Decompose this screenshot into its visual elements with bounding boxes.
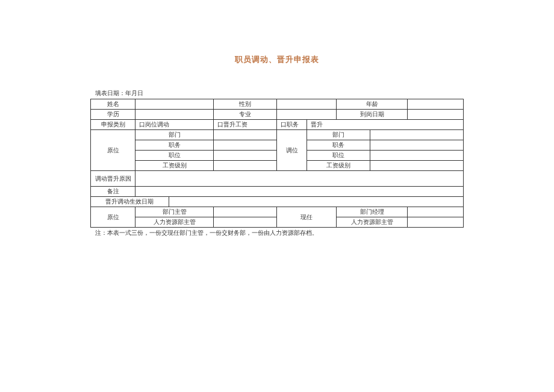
value-orig-dept: [214, 130, 277, 140]
label-orig-hrhead: 人力资源部主管: [135, 217, 214, 228]
value-orig-hrhead: [214, 217, 277, 228]
label-curr-deptmgr: 部门经理: [337, 207, 408, 217]
label-sign-original: 原位: [91, 207, 135, 228]
opt-post-transfer: 口岗位调动: [135, 120, 214, 130]
fill-date-line: 填表日期：年月日: [95, 89, 464, 98]
value-curr-deptmgr: [408, 207, 464, 217]
label-new-position: 职位: [307, 151, 370, 161]
value-edu: [135, 110, 214, 120]
value-age: [408, 99, 464, 110]
opt-salary-promote: 口晋升工资: [214, 120, 277, 130]
label-apply-type: 申报类别: [91, 120, 135, 130]
label-new-salary: 工资级别: [307, 161, 370, 171]
label-orig-duty: 职务: [135, 140, 214, 151]
label-orig-salary: 工资级别: [135, 161, 214, 171]
value-curr-hrhead: [408, 217, 464, 228]
row-effect-date: 晋升调动生效日期: [91, 197, 464, 207]
value-new-salary: [370, 161, 464, 171]
row-basic-2: 学历 专业 到岗日期: [91, 110, 464, 120]
label-orig-depthead: 部门主管: [135, 207, 214, 217]
label-new-duty: 职务: [307, 140, 370, 151]
label-major: 专业: [214, 110, 277, 120]
label-effect-date: 晋升调动生效日期: [91, 197, 169, 207]
row-dept: 原位 部门 调位 部门: [91, 130, 464, 140]
value-reason: [135, 171, 464, 187]
value-remark: [135, 187, 464, 197]
value-orig-position: [214, 151, 277, 161]
label-orig-position: 职位: [135, 151, 214, 161]
row-apply-type: 申报类别 口岗位调动 口晋升工资 口职务 晋升: [91, 120, 464, 130]
value-name: [135, 99, 214, 110]
row-remark: 备注: [91, 187, 464, 197]
opt-duty: 口职务: [277, 120, 307, 130]
row-sign-1: 原位 部门主管 现任 部门经理: [91, 207, 464, 217]
label-orig-dept: 部门: [135, 130, 214, 140]
label-age: 年龄: [337, 99, 408, 110]
form-page: 职员调动、晋升申报表 填表日期：年月日 姓名 性别 年龄 学历 专业 到岗日期: [0, 0, 554, 237]
label-edu: 学历: [91, 110, 135, 120]
form-title: 职员调动、晋升申报表: [90, 54, 464, 65]
form-table: 姓名 性别 年龄 学历 专业 到岗日期 申报类别 口岗位调动 口晋升工资 口职务…: [90, 99, 464, 228]
label-remark: 备注: [91, 187, 135, 197]
value-orig-duty: [214, 140, 277, 151]
label-name: 姓名: [91, 99, 135, 110]
value-new-position: [370, 151, 464, 161]
footnote: 注：本表一式三份，一份交现任部门主管，一份交财务部，一份由人力资源部存档。: [95, 229, 464, 237]
value-new-duty: [370, 140, 464, 151]
label-original-position: 原位: [91, 130, 135, 171]
label-transfer-position: 调位: [277, 130, 307, 171]
row-basic-1: 姓名 性别 年龄: [91, 99, 464, 110]
value-orig-depthead: [214, 207, 277, 217]
value-new-dept: [370, 130, 464, 140]
label-joindate: 到岗日期: [337, 110, 408, 120]
label-curr-hrhead: 人力资源部主管: [337, 217, 408, 228]
value-major: [277, 110, 337, 120]
label-sign-current: 现任: [277, 207, 337, 228]
value-orig-salary: [214, 161, 277, 171]
value-joindate: [408, 110, 464, 120]
label-new-dept: 部门: [307, 130, 370, 140]
label-reason: 调动晋升原因: [91, 171, 135, 187]
row-reason: 调动晋升原因: [91, 171, 464, 187]
value-effect-date: [169, 197, 463, 207]
value-gender: [277, 99, 337, 110]
opt-promote: 晋升: [307, 120, 463, 130]
label-gender: 性别: [214, 99, 277, 110]
